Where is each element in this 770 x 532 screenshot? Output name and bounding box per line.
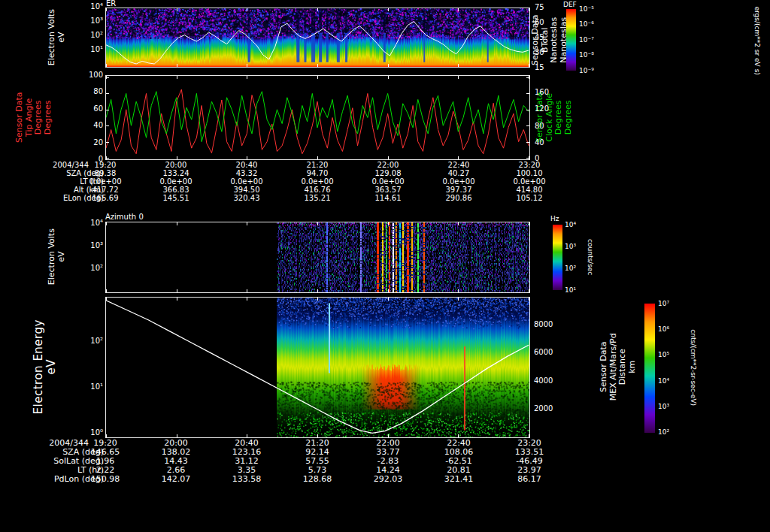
table-cell: 146.65 [71,448,139,456]
axis-label-line: eV [57,216,67,298]
table-cell: -46.49 [496,457,563,465]
tick-label: 10³ [76,17,103,25]
tick-label: 10³ [565,243,576,250]
table-cell: 321.41 [425,475,493,483]
table-cell: 3.35 [213,466,280,474]
table-cell: 14.24 [354,466,422,474]
er-panel-title: ER [106,0,116,8]
table-cell: 133.58 [213,475,280,483]
def-colorbar [566,9,576,71]
tip-angle-axis-label: Sensor DataTip AngleDegreesDegrees [15,72,53,162]
clock-angle-axis-label: Sensor DataClock AngleDegreesDegrees [535,72,574,162]
tick-label: 10⁴ [76,219,103,227]
table-cell: 33.77 [354,448,422,456]
table-cell: 108.06 [425,448,493,456]
tick-label: 2000 [534,405,553,413]
tick-label: 10⁴ [565,222,576,228]
table-cell: 0.0e+00 [354,178,422,186]
tick-label: 10⁻⁹ [579,68,594,74]
table-cell: 0.0e+00 [213,178,280,186]
table-cell: 94.70 [283,170,351,177]
counts-colorbar-units-label: cnts/(cm**2-sr-sec-eV) [690,311,697,424]
axis-label-line: Electron Volts [47,216,57,298]
table-cell: 135.21 [283,195,351,202]
tick-label: 10² [76,264,103,272]
axis-label-line: km [628,310,638,423]
table-cell: 417.72 [71,186,139,194]
time-tick-label: 21:20 [283,162,351,169]
tick-label: 10¹ [565,287,576,294]
time-tick-label: 21:20 [283,439,351,447]
table-cell: 397.37 [425,186,493,194]
tick-label: 10⁻⁶ [579,21,594,28]
angles-panel [105,75,530,160]
hz-colorbar-units-label: counts/sec [587,223,594,291]
table-cell: 0.0e+00 [425,178,493,186]
table-cell: 0.0e+00 [142,178,210,186]
energy-spectrogram-panel [105,297,530,438]
time-tick-label: 23:20 [496,439,563,447]
time-tick-label: 20:00 [142,162,210,169]
axis-label-line: eV [45,307,58,427]
table-cell: 363.57 [354,186,422,194]
time-tick-label: 22:00 [354,162,422,169]
tick-label: 10² [76,32,103,39]
table-cell: 105.12 [496,195,563,202]
tick-label: 40 [535,139,544,147]
table-cell: 5.73 [283,466,351,474]
azimuth-panel-title: Azimuth 0 [105,213,144,221]
table-cell: 394.50 [213,186,280,194]
azimuth-spectrogram-panel [105,222,530,293]
axis-label-line: Sensor Data [15,72,25,162]
axis-label-line: Electron Energy [32,307,45,427]
table-cell: 128.68 [283,475,351,483]
table-cell: -62.51 [425,457,493,465]
tick-label: 60 [535,19,544,26]
tick-label: 10² [565,265,576,272]
time-tick-label: 19:20 [71,162,139,169]
def-colorbar-units-label: ergs/(cm**2 sr eV s) [753,0,761,93]
table-cell: 86.17 [496,475,563,483]
tick-label: 10⁰ [76,429,103,437]
tick-label: 10⁶ [658,326,669,333]
table-cell: 92.14 [283,448,351,456]
tick-label: 10³ [76,242,103,249]
time-tick-label: 20:40 [213,439,280,447]
tick-label: 30 [535,49,544,56]
axis-label-line: Degrees [564,72,574,162]
table-cell: 165.69 [71,195,139,202]
tick-label: 10⁻⁵ [579,6,594,13]
table-cell: 57.55 [283,457,351,465]
table-cell: 150.98 [71,475,139,483]
table-cell: 40.27 [425,170,493,177]
table-cell: 20.81 [425,466,493,474]
er-left-axis-label: Electron VoltseV [47,0,66,79]
axis-label-line: Sensor Data [599,310,609,423]
tick-label: 10⁵ [658,352,669,358]
table-cell: -2.83 [354,457,422,465]
azimuth-spectrogram-canvas [106,222,529,292]
table-cell: 43.32 [213,170,280,177]
time-tick-label: 20:40 [213,162,280,169]
table-cell: 123.16 [213,448,280,456]
tick-label: 10⁴ [76,3,103,11]
table-cell: 100.10 [496,170,563,177]
table-cell: 133.51 [496,448,563,456]
tick-label: 40 [76,122,103,129]
tick-label: 160 [535,89,549,96]
table-cell: 290.86 [425,195,493,202]
energy-left-axis-label: Electron EnergyeV [32,307,59,427]
tick-label: 10¹ [76,46,103,53]
er-spectrogram-canvas [106,8,529,67]
table-cell: 133.24 [142,170,210,177]
axis-label-line: Sensor Data [535,72,545,162]
tick-label: 4000 [534,377,553,385]
hz-colorbar-title: Hz [550,215,559,222]
tick-label: 10² [76,337,103,345]
azimuth-left-axis-label: Electron VoltseV [47,216,66,298]
time-tick-label: 20:00 [142,439,210,447]
table-cell: 142.07 [142,475,210,483]
tick-label: 80 [76,88,103,95]
table-cell: 114.61 [354,195,422,202]
counts-colorbar [644,304,655,433]
